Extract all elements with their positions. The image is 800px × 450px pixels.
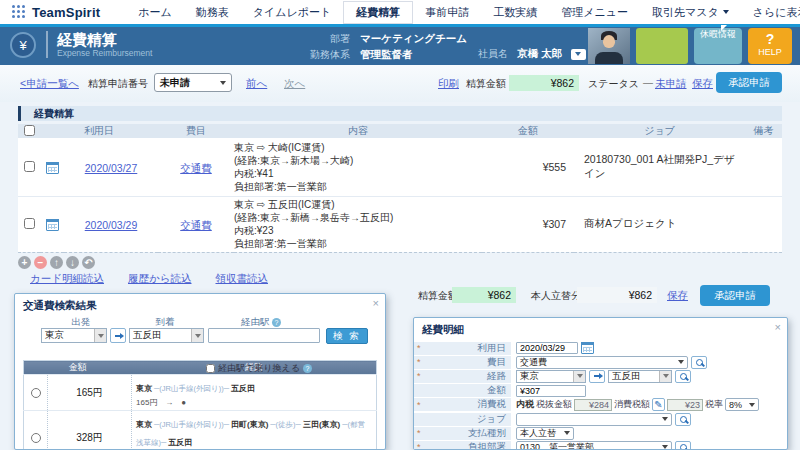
expense-date-link[interactable]: 2020/03/29 <box>85 219 138 231</box>
nav-tab-show-more[interactable]: さらに表示 <box>741 2 800 23</box>
nav-tab-admin-menu[interactable]: 管理メニュー <box>549 2 640 23</box>
back-to-request-list-link[interactable]: <申請一覧へ <box>20 77 79 91</box>
calendar-icon[interactable] <box>46 219 59 231</box>
employee-name-row: 社員名 京橋 太郎 <box>478 47 586 61</box>
job-select[interactable] <box>516 413 672 426</box>
col-fare: 金額 <box>24 361 132 375</box>
combo-caret[interactable] <box>191 329 203 342</box>
search-icon <box>696 359 703 366</box>
field-row-category: *費目 交通費 <box>414 355 787 369</box>
worksystem-value: 管理監督者 <box>360 48 467 62</box>
route-from-select[interactable]: 東京 <box>516 370 586 383</box>
close-icon[interactable]: × <box>775 321 781 333</box>
to-select[interactable]: 五反田 <box>129 328 204 343</box>
undo-icon[interactable]: ↶ <box>82 256 95 269</box>
via-station-input[interactable] <box>208 328 320 343</box>
search-button[interactable]: 検 索 <box>326 328 368 344</box>
request-number-select[interactable]: 未申請 <box>154 73 232 92</box>
dept-select[interactable]: 0130 第一営業部 <box>516 441 672 450</box>
submit-approval-button[interactable]: 承認申請 <box>716 72 782 93</box>
job-label: ジョブ <box>423 413 511 426</box>
route-radio[interactable] <box>31 433 41 443</box>
nav-tab-home[interactable]: ホーム <box>126 2 184 23</box>
route-fare: 328円 <box>48 411 132 450</box>
help-icon[interactable]: ? <box>272 318 281 327</box>
help-icon[interactable]: ? <box>303 364 312 373</box>
nav-tab-expense[interactable]: 経費精算 <box>343 1 413 24</box>
expense-date-link[interactable]: 2020/03/27 <box>85 162 138 174</box>
calendar-icon[interactable] <box>46 162 59 174</box>
add-row-icon[interactable]: + <box>18 256 31 269</box>
nav-tab-timesheet[interactable]: 勤務表 <box>184 2 241 23</box>
card-statement-load-link[interactable]: カード明細読込 <box>30 272 104 286</box>
yen-badge-icon: ¥ <box>10 32 36 58</box>
required-marker: * <box>414 343 423 353</box>
route-to-select[interactable]: 五反田 <box>608 370 672 383</box>
col-date: 利用日 <box>40 124 158 138</box>
col-note: 備考 <box>745 124 782 138</box>
nav-tab-workload[interactable]: 工数実績 <box>481 2 549 23</box>
expense-category-link[interactable]: 交通費 <box>180 219 212 231</box>
required-marker: * <box>414 442 423 450</box>
tax-rate-select[interactable]: 8% <box>725 398 759 411</box>
receipt-load-link[interactable]: 領収書読込 <box>216 272 269 286</box>
employee-dropdown-button[interactable] <box>571 49 586 60</box>
transfer-checkbox[interactable] <box>206 364 215 373</box>
job-search-button[interactable] <box>675 413 691 426</box>
combo-caret[interactable] <box>659 371 671 382</box>
move-up-icon[interactable]: ↑ <box>50 256 63 269</box>
nav-tab-prerequest[interactable]: 事前申請 <box>413 2 481 23</box>
nav-items: ホーム 勤務表 タイムレポート 経費精算 事前申請 工数実績 管理メニュー 取引… <box>126 0 800 24</box>
personal-advance-label: 本人立替分 <box>531 289 581 303</box>
field-row-date: *利用日 <box>414 341 787 355</box>
swap-arrow-button[interactable] <box>110 328 126 343</box>
route-arrow-button[interactable] <box>589 370 605 383</box>
vacation-info-button[interactable]: 休暇情報 <box>694 28 742 64</box>
category-search-button[interactable] <box>691 356 707 369</box>
close-icon[interactable]: × <box>373 297 379 309</box>
detail-form: *利用日 *費目 交通費 *経路 東京 五反田 金額 <box>414 341 787 450</box>
combo-caret[interactable] <box>94 329 106 342</box>
from-select[interactable]: 東京 <box>41 328 107 343</box>
expense-detail-panel: 経費明細 × *利用日 *費目 交通費 *経路 東京 五反田 <box>413 317 788 450</box>
tax-amount-value: ¥23 <box>667 399 703 411</box>
avatar[interactable] <box>588 28 630 64</box>
teamspirit-logo[interactable]: TeamSpirit <box>12 5 100 20</box>
field-row-amount: 金額 <box>414 384 787 398</box>
route-radio[interactable] <box>31 388 41 398</box>
submit-approval-button[interactable]: 承認申請 <box>700 285 770 306</box>
nav-tab-client-master[interactable]: 取引先マスタ <box>640 2 741 23</box>
col-description: 内容 <box>234 124 482 138</box>
expense-category-link[interactable]: 交通費 <box>180 162 212 174</box>
date-input[interactable] <box>516 342 578 354</box>
row-checkbox[interactable] <box>24 218 35 229</box>
status-value-link[interactable]: 未申請 <box>655 77 687 91</box>
nav-tab-timereport[interactable]: タイムレポート <box>241 2 344 23</box>
next-link[interactable]: 次へ <box>284 77 305 91</box>
company-logo-block[interactable] <box>636 28 688 64</box>
select-all-checkbox[interactable] <box>24 125 35 136</box>
avatar-face <box>603 35 615 48</box>
save-link[interactable]: 保存 <box>667 289 688 303</box>
prev-link[interactable]: 前へ <box>246 77 267 91</box>
route-fare: 165円 <box>48 375 132 411</box>
remove-row-icon[interactable]: − <box>34 256 47 269</box>
tax-edit-button[interactable]: ✎ <box>652 398 665 411</box>
category-select[interactable]: 交通費 <box>516 356 688 369</box>
history-load-link[interactable]: 履歴から読込 <box>128 272 192 286</box>
row-checkbox[interactable] <box>24 161 35 172</box>
move-down-icon[interactable]: ↓ <box>66 256 79 269</box>
route-search-button[interactable] <box>675 370 691 383</box>
dept-search-button[interactable] <box>675 441 691 450</box>
tax-type: 内税 <box>516 398 534 411</box>
save-link[interactable]: 保存 <box>692 77 713 91</box>
avatar-suit <box>595 52 623 64</box>
help-button[interactable]: ? HELP <box>748 28 792 64</box>
print-link[interactable]: 印刷 <box>438 77 459 91</box>
brand-name: TeamSpirit <box>32 5 100 20</box>
combo-caret[interactable] <box>573 371 585 382</box>
calendar-icon[interactable] <box>581 342 594 354</box>
amount-input[interactable] <box>516 385 586 397</box>
tax-excl-label: 税抜金額 <box>536 398 572 411</box>
paytype-select[interactable]: 本人立替 <box>516 427 574 440</box>
